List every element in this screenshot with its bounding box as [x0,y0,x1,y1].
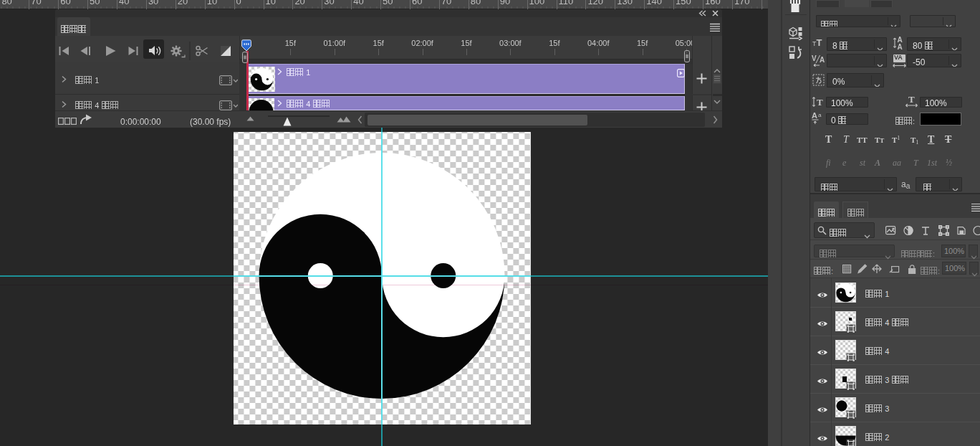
svg-text:T: T [817,97,823,108]
svg-text:A: A [898,43,903,51]
svg-text:V: V [812,54,817,62]
svg-text:A: A [812,112,817,120]
svg-text:A: A [820,56,825,64]
svg-text:T: T [908,95,915,105]
svg-text:a: a [818,112,822,118]
